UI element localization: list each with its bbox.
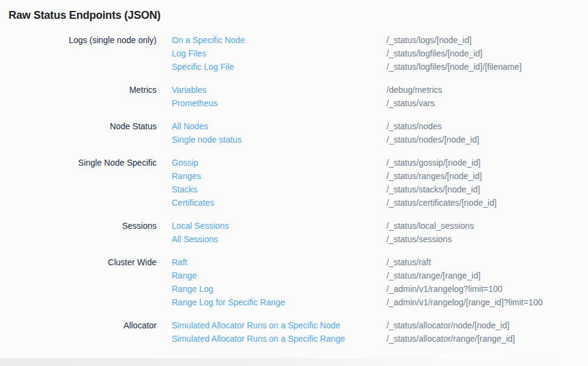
endpoint-path: /_admin/v1/rangelog?limit=100	[387, 282, 502, 296]
endpoint-link[interactable]: Specific Log File	[172, 60, 387, 73]
endpoint-group-rows: All Nodes/_status/nodesSingle node statu…	[172, 120, 588, 146]
endpoint-link[interactable]: Prometheus	[172, 97, 387, 110]
endpoint-link[interactable]: Ranges	[172, 169, 387, 183]
endpoint-group: SessionsLocal Sessions/_status/local_ses…	[0, 219, 588, 246]
endpoint-row: Certificates/_status/certificates/[node_…	[172, 196, 588, 209]
endpoint-path: /_status/nodes/[node_id]	[387, 133, 479, 146]
endpoint-row: Simulated Allocator Runs on a Specific R…	[172, 332, 588, 345]
endpoint-row: Ranges/_status/ranges/[node_id]	[172, 169, 588, 183]
endpoint-group-rows: Raft/_status/raftRange/_status/range/[ra…	[172, 256, 588, 309]
endpoint-link[interactable]: Variables	[172, 83, 387, 97]
endpoint-group: MetricsVariables/debug/metricsPrometheus…	[0, 83, 588, 110]
endpoint-path: /_status/allocator/range/[range_id]	[387, 332, 515, 345]
endpoint-link[interactable]: All Nodes	[172, 120, 387, 133]
endpoint-link[interactable]: Certificates	[172, 196, 387, 209]
endpoint-link[interactable]: Log Files	[172, 47, 387, 60]
bottom-shade	[0, 358, 588, 366]
endpoint-link[interactable]: Single node status	[172, 133, 387, 146]
endpoint-category-label: Single Node Specific	[0, 156, 157, 169]
endpoint-group-rows: On a Specific Node/_status/logs/[node_id…	[172, 33, 588, 73]
endpoint-row: Range Log/_admin/v1/rangelog?limit=100	[172, 282, 588, 296]
endpoint-path: /_status/logfiles/[node_id]/[filename]	[387, 60, 522, 73]
endpoint-group: Node StatusAll Nodes/_status/nodesSingle…	[0, 120, 588, 146]
endpoint-path: /_status/stacks/[node_id]	[387, 183, 480, 196]
endpoint-link[interactable]: Gossip	[172, 156, 387, 169]
endpoint-category-label: Node Status	[0, 120, 157, 133]
raw-status-endpoints-page: Raw Status Endpoints (JSON) Logs (single…	[0, 0, 588, 366]
endpoint-link[interactable]: On a Specific Node	[172, 33, 387, 47]
endpoint-category-label: Metrics	[0, 83, 157, 97]
endpoint-group-rows: Simulated Allocator Runs on a Specific N…	[172, 319, 588, 345]
endpoint-path: /_status/nodes	[387, 120, 442, 133]
endpoint-group: Single Node SpecificGossip/_status/gossi…	[0, 156, 588, 209]
endpoint-row: Simulated Allocator Runs on a Specific N…	[172, 319, 588, 332]
endpoint-path: /_status/logfiles/[node_id]	[387, 47, 482, 60]
endpoint-path: /_status/sessions	[387, 232, 451, 246]
endpoint-path: /debug/metrics	[387, 83, 442, 97]
endpoint-path: /_status/local_sessions	[387, 219, 474, 232]
endpoint-group: AllocatorSimulated Allocator Runs on a S…	[0, 319, 588, 345]
endpoint-path: /_status/range/[range_id]	[387, 269, 481, 282]
endpoint-path: /_admin/v1/rangelog/[range_id]?limit=100	[387, 296, 542, 309]
endpoint-row: Specific Log File/_status/logfiles/[node…	[172, 60, 588, 73]
endpoint-row: All Sessions/_status/sessions	[172, 232, 588, 246]
endpoint-path: /_status/logs/[node_id]	[387, 33, 471, 47]
endpoint-link[interactable]: All Sessions	[172, 232, 387, 246]
endpoint-group-rows: Local Sessions/_status/local_sessionsAll…	[172, 219, 588, 246]
endpoints-table: Logs (single node only)On a Specific Nod…	[0, 33, 588, 345]
endpoint-path: /_status/raft	[387, 256, 431, 269]
page-title: Raw Status Endpoints (JSON)	[0, 0, 588, 22]
endpoint-link[interactable]: Local Sessions	[172, 219, 387, 232]
endpoint-link[interactable]: Range Log for Specific Range	[172, 296, 387, 309]
endpoint-category-label: Logs (single node only)	[0, 33, 157, 47]
endpoint-row: Prometheus/_status/vars	[172, 97, 588, 110]
endpoint-link[interactable]: Simulated Allocator Runs on a Specific N…	[172, 319, 387, 332]
endpoint-row: Stacks/_status/stacks/[node_id]	[172, 183, 588, 196]
endpoint-path: /_status/gossip/[node_id]	[387, 156, 481, 169]
endpoint-link[interactable]: Stacks	[172, 183, 387, 196]
endpoint-link[interactable]: Raft	[172, 256, 387, 269]
endpoint-row: Gossip/_status/gossip/[node_id]	[172, 156, 588, 169]
endpoint-row: Log Files/_status/logfiles/[node_id]	[172, 47, 588, 60]
endpoint-path: /_status/ranges/[node_id]	[387, 169, 482, 183]
endpoint-row: Raft/_status/raft	[172, 256, 588, 269]
endpoint-path: /_status/vars	[387, 97, 434, 110]
endpoint-row: All Nodes/_status/nodes	[172, 120, 588, 133]
endpoint-category-label: Allocator	[0, 319, 157, 332]
endpoint-row: On a Specific Node/_status/logs/[node_id…	[172, 33, 588, 47]
endpoint-link[interactable]: Simulated Allocator Runs on a Specific R…	[172, 332, 387, 345]
endpoint-category-label: Cluster Wide	[0, 256, 157, 269]
endpoint-path: /_status/allocator/node/[node_id]	[387, 319, 509, 332]
endpoint-link[interactable]: Range	[172, 269, 387, 282]
endpoint-row: Local Sessions/_status/local_sessions	[172, 219, 588, 232]
endpoint-group-rows: Gossip/_status/gossip/[node_id]Ranges/_s…	[172, 156, 588, 209]
endpoint-path: /_status/certificates/[node_id]	[387, 196, 496, 209]
endpoint-row: Range/_status/range/[range_id]	[172, 269, 588, 282]
endpoint-group: Logs (single node only)On a Specific Nod…	[0, 33, 588, 73]
endpoint-row: Single node status/_status/nodes/[node_i…	[172, 133, 588, 146]
endpoint-link[interactable]: Range Log	[172, 282, 387, 296]
endpoint-row: Variables/debug/metrics	[172, 83, 588, 97]
endpoint-row: Range Log for Specific Range/_admin/v1/r…	[172, 296, 588, 309]
endpoint-category-label: Sessions	[0, 219, 157, 232]
endpoint-group-rows: Variables/debug/metricsPrometheus/_statu…	[172, 83, 588, 110]
endpoint-group: Cluster WideRaft/_status/raftRange/_stat…	[0, 256, 588, 309]
